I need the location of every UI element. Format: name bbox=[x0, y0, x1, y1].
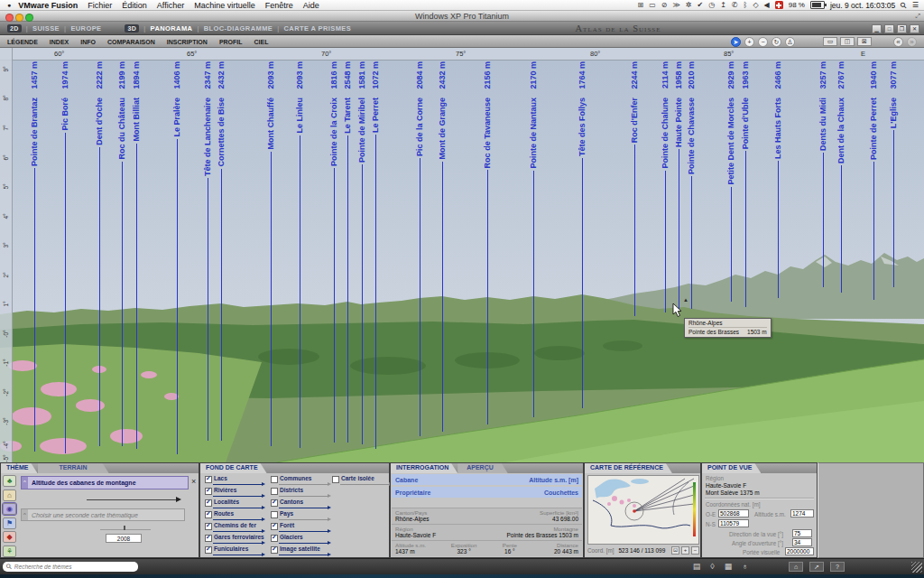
layer-checkbox[interactable] bbox=[205, 511, 212, 518]
agriculture-icon[interactable]: ⚘ bbox=[3, 545, 16, 557]
layer-opacity-slider[interactable] bbox=[279, 555, 328, 555]
collapse-icon[interactable]: ^ bbox=[22, 477, 28, 489]
query-field-right[interactable]: Couchettes bbox=[544, 489, 578, 496]
extent-button[interactable]: ⊡ bbox=[671, 546, 679, 555]
rotate-tool-button[interactable]: ↻ bbox=[772, 37, 781, 47]
fauna-icon[interactable]: ◉ bbox=[3, 503, 16, 515]
layer-opacity-slider[interactable] bbox=[279, 519, 328, 520]
visual-range-input[interactable] bbox=[785, 547, 814, 555]
nav-panorama[interactable]: PANORAMA bbox=[151, 24, 193, 33]
layout-close-button[interactable]: ⊠ bbox=[857, 37, 872, 46]
nav-carte-a-prismes[interactable]: CARTE A PRISMES bbox=[284, 24, 352, 33]
layer-opacity-slider[interactable] bbox=[279, 496, 328, 497]
battery-icon[interactable] bbox=[810, 1, 825, 9]
menu-edition[interactable]: Édition bbox=[122, 1, 147, 10]
layer-opacity-slider[interactable] bbox=[279, 531, 328, 532]
vm-window-titlebar[interactable]: Windows XP Pro Titanium ⤢ bbox=[0, 11, 924, 22]
dnd-icon[interactable]: ⊘ bbox=[661, 1, 668, 10]
oe-input[interactable] bbox=[718, 509, 749, 517]
resize-grip[interactable] bbox=[911, 562, 922, 573]
help-button[interactable]: ? bbox=[830, 562, 845, 572]
layer-checkbox[interactable] bbox=[205, 476, 212, 483]
query-field-row[interactable]: PropriétaireCouchettes bbox=[392, 487, 582, 499]
nav-bloc-diagramme[interactable]: BLOC-DIAGRAMME bbox=[204, 24, 273, 33]
menubar-clock[interactable]: jeu. 9 oct. 16:03:05 bbox=[830, 1, 895, 10]
apple-menu-icon[interactable]: ● bbox=[7, 2, 11, 8]
reference-map[interactable] bbox=[587, 475, 699, 545]
spaces-icon[interactable]: ⊞ bbox=[637, 1, 643, 10]
layer-checkbox[interactable] bbox=[271, 488, 278, 495]
layout-split-button[interactable]: ◫ bbox=[840, 37, 855, 46]
menu-inscription[interactable]: INSCRIPTION bbox=[167, 39, 208, 45]
layer-checkbox[interactable] bbox=[205, 535, 212, 542]
tab-interrogation[interactable]: INTERROGATION bbox=[391, 463, 457, 473]
year-value[interactable]: 2008 bbox=[106, 534, 142, 543]
ns-input[interactable] bbox=[718, 519, 749, 527]
display-icon[interactable]: ▭ bbox=[649, 1, 656, 10]
tab-terrain[interactable]: TERRAIN bbox=[38, 463, 109, 473]
layout-bar-button[interactable]: ▭ bbox=[823, 37, 837, 46]
mode-3d-badge[interactable]: 3D bbox=[125, 24, 139, 33]
tab-theme[interactable]: THÈME bbox=[1, 463, 38, 473]
layer-opacity-slider[interactable] bbox=[213, 508, 262, 508]
layer-opacity-slider[interactable] bbox=[213, 555, 262, 555]
app-maximize-button[interactable]: □ bbox=[884, 24, 894, 33]
zoom-out-map-button[interactable]: − bbox=[691, 546, 699, 555]
layer-opacity-slider[interactable] bbox=[213, 519, 262, 520]
phone-icon[interactable]: ✆ bbox=[732, 1, 738, 10]
layer-opacity-slider[interactable] bbox=[213, 484, 262, 485]
menu-aide[interactable]: Aide bbox=[303, 1, 319, 10]
export-icon[interactable]: ▤ bbox=[693, 562, 701, 572]
menu-afficher[interactable]: Afficher bbox=[157, 1, 184, 10]
layer-checkbox[interactable] bbox=[205, 488, 212, 495]
zoom-in-map-button[interactable]: + bbox=[681, 546, 689, 555]
update-icon[interactable]: ↥ bbox=[720, 1, 726, 10]
panorama-view[interactable]: 60°65°70°75°80°85°E 9°8°7°6°5°4°3°2°1°-0… bbox=[0, 48, 924, 462]
spotlight-icon[interactable]: ⚲ bbox=[899, 0, 910, 10]
keyboard-layout-swiss-icon[interactable] bbox=[775, 1, 783, 9]
zoom-out-button[interactable]: − bbox=[758, 37, 768, 47]
layer-opacity-slider[interactable] bbox=[340, 484, 389, 485]
layer-checkbox[interactable] bbox=[271, 535, 278, 542]
query-field-left[interactable]: Cabane bbox=[395, 477, 418, 483]
menu-ciel[interactable]: CIEL bbox=[254, 39, 269, 45]
opening-angle-input[interactable] bbox=[792, 538, 812, 546]
tab-apercu[interactable]: APERÇU bbox=[457, 463, 508, 473]
year-slider[interactable] bbox=[100, 529, 151, 530]
shield-check-icon[interactable]: ✔ bbox=[697, 1, 703, 10]
forward-button[interactable]: » bbox=[907, 37, 917, 47]
vegetation-icon[interactable]: ♣ bbox=[3, 475, 16, 487]
layer-checkbox[interactable] bbox=[271, 499, 278, 507]
menu-machine-virtuelle[interactable]: Machine virtuelle bbox=[194, 1, 255, 10]
nav-suisse[interactable]: SUISSE bbox=[32, 24, 60, 33]
query-field-row[interactable]: CabaneAltitude s.m. [m] bbox=[392, 474, 582, 487]
layer-opacity-slider[interactable] bbox=[279, 484, 328, 485]
layer-opacity-slider[interactable] bbox=[213, 531, 262, 532]
transport-icon[interactable]: ◆ bbox=[3, 531, 16, 543]
globe-icon[interactable]: ♁ bbox=[742, 562, 748, 572]
app-minimize-button[interactable]: ▁ bbox=[872, 24, 882, 33]
link-button[interactable]: ↗ bbox=[809, 562, 824, 572]
airport-icon[interactable]: ◇ bbox=[753, 1, 758, 10]
query-field-left[interactable]: Propriétaire bbox=[395, 489, 430, 496]
bluetooth-icon[interactable]: ᛒ bbox=[744, 1, 748, 10]
flags-icon[interactable]: ⚑ bbox=[3, 517, 16, 529]
menu-fenetre[interactable]: Fenêtre bbox=[265, 1, 293, 10]
menu-info[interactable]: INFO bbox=[80, 39, 96, 45]
back-button[interactable]: « bbox=[893, 37, 903, 47]
volume-icon[interactable]: ◀ bbox=[764, 1, 770, 10]
layer-opacity-slider[interactable] bbox=[279, 543, 328, 544]
fullscreen-icon[interactable]: ⤢ bbox=[915, 13, 920, 20]
layer-checkbox[interactable] bbox=[271, 546, 278, 554]
view-direction-input[interactable] bbox=[792, 529, 812, 537]
theme-dropdown-secondary[interactable]: ^ Choisir une seconde carte thématique bbox=[21, 508, 185, 521]
theme-dropdown-primary[interactable]: ^ Altitude des cabanes de montagne bbox=[21, 476, 189, 489]
mode-2d-badge[interactable]: 2D bbox=[7, 24, 22, 33]
theme-transparency-slider[interactable] bbox=[87, 499, 177, 500]
buildings-icon[interactable]: ⌂ bbox=[3, 489, 16, 501]
year-slider-handle[interactable] bbox=[124, 526, 125, 530]
layer-checkbox[interactable] bbox=[271, 476, 278, 483]
theme-close-icon[interactable]: × bbox=[191, 478, 196, 486]
layer-checkbox[interactable] bbox=[271, 511, 278, 518]
layer-opacity-slider[interactable] bbox=[213, 496, 262, 497]
